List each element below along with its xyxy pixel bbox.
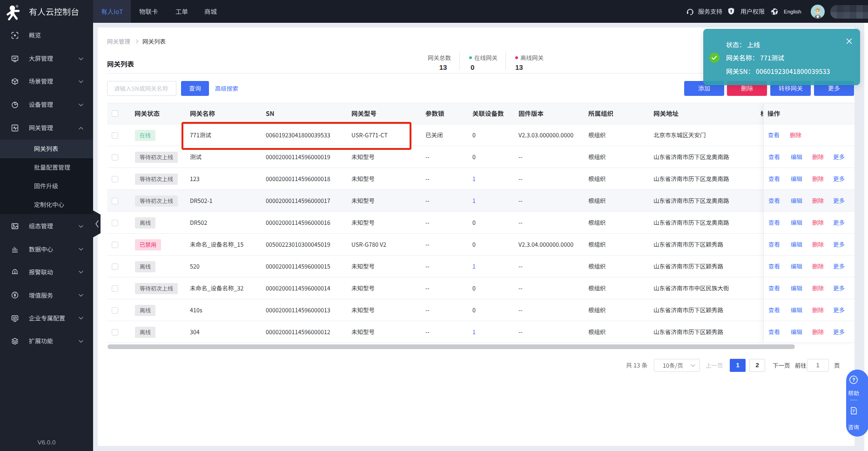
- svg-text:?: ?: [852, 377, 855, 383]
